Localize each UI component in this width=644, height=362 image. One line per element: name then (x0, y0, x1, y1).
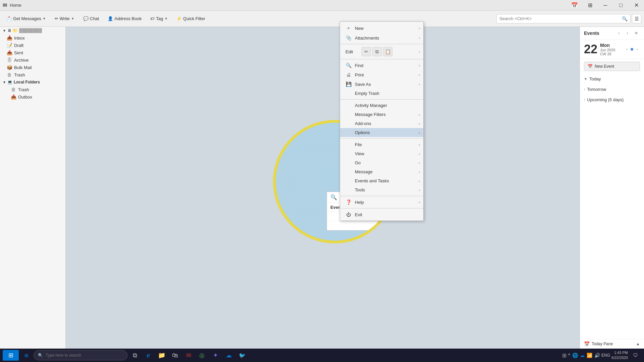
volume-icon: 🔊 (594, 353, 600, 358)
events-today-section: ▼ Today (580, 74, 644, 84)
menu-item-attachments[interactable]: 📎 Attachments › (340, 33, 423, 43)
task-view-button[interactable]: ⧉ (129, 349, 141, 361)
events-date-prev[interactable]: ‹ (624, 46, 630, 52)
sidebar-folder-inbox[interactable]: 📥 Inbox (0, 34, 65, 42)
sent-icon: 📤 (7, 50, 12, 55)
separator-3 (340, 99, 423, 100)
sidebar-folder-archive[interactable]: 🗄 Archive (0, 56, 65, 64)
get-messages-dropdown-arrow: ▼ (43, 17, 46, 20)
menu-item-go[interactable]: Go › (340, 158, 423, 167)
today-pane-bar: 📅 Today Pane ▲ (580, 339, 644, 349)
sidebar-folder-local-trash[interactable]: 🗑 Trash (0, 86, 65, 93)
file-arrow: › (419, 143, 420, 147)
sidebar-account[interactable]: ▼ 🖥 📁 ████████ (0, 27, 65, 34)
menu-item-empty-trash[interactable]: Empty Trash (340, 89, 423, 98)
search-taskbar-btn[interactable]: ⊕ (20, 349, 32, 361)
events-close-btn[interactable]: ✕ (633, 29, 640, 37)
today-pane-label: Today Pane (592, 342, 613, 346)
maximize-button[interactable]: □ (613, 0, 629, 11)
menu-item-print[interactable]: 🖨 Print › (340, 70, 423, 79)
search-input[interactable] (499, 16, 622, 21)
sidebar-folder-outbox[interactable]: 📤 Outbox (0, 93, 65, 101)
menu-item-view[interactable]: View › (340, 149, 423, 158)
print-arrow: › (419, 73, 420, 77)
menu-item-filters[interactable]: Message Filters › (340, 110, 423, 119)
local-folders-collapse: ▼ (3, 80, 6, 84)
paste-button[interactable]: 📋 (383, 47, 392, 56)
menu-item-new[interactable]: ＋ New › (340, 23, 423, 33)
help-label: Help (355, 200, 364, 205)
events-today-header[interactable]: ▼ Today (584, 75, 640, 83)
help-arrow: › (419, 200, 420, 204)
sidebar-folder-sent[interactable]: 📤 Sent (0, 49, 65, 56)
get-messages-button[interactable]: 📩 Get Messages ▼ (3, 13, 50, 25)
new-event-button[interactable]: 📅 New Event (584, 62, 640, 71)
exit-label: Exit (355, 212, 362, 217)
menu-item-edit[interactable]: Edit ✂ ⧉ 📋 › (340, 46, 423, 58)
message-label: Message (355, 169, 373, 174)
window-title: Home (10, 3, 21, 8)
address-book-icon: 👤 (108, 16, 113, 21)
menu-item-options[interactable]: Options › (340, 128, 423, 137)
menu-item-find[interactable]: 🔍 Find › (340, 61, 423, 70)
menu-item-exit[interactable]: ⏻ Exit (340, 210, 423, 219)
tools-label: Tools (355, 187, 365, 192)
store-button[interactable]: 🛍 (169, 349, 181, 361)
menu-item-addons[interactable]: Add-ons › (340, 119, 423, 128)
trash-icon: 🗑 (7, 72, 12, 77)
menu-item-activity[interactable]: Activity Manager (340, 101, 423, 110)
taskbar-right: ⊞ ^ 🌐 ☁ 📶 🔊 ENG 1:43 PM 6/22/2020 🗨 (562, 349, 641, 361)
start-button[interactable]: ⊞ (3, 350, 19, 361)
events-date-next[interactable]: › (634, 46, 640, 52)
edit-label: Edit (345, 49, 353, 54)
upcoming-collapse-arrow: › (584, 98, 585, 102)
edge-button[interactable]: ℯ (142, 349, 154, 361)
onedrive-button[interactable]: ☁ (223, 349, 235, 361)
chat-icon: 💬 (83, 16, 89, 21)
taskbar-system-icons: ^ 🌐 ☁ 📶 🔊 (568, 353, 600, 358)
events-upcoming-header[interactable]: › Upcoming (5 days) (584, 96, 640, 104)
chat-button[interactable]: 💬 Chat (79, 13, 103, 25)
notification-icon: ^ (568, 353, 570, 358)
copy-button[interactable]: ⧉ (372, 47, 382, 56)
events-nav-prev[interactable]: ‹ (615, 29, 623, 37)
sidebar-folder-trash-account[interactable]: 🗑 Trash (0, 71, 65, 78)
mail-taskbar-button[interactable]: ✉ (182, 349, 195, 361)
notification-center-button[interactable]: 🗨 (629, 349, 641, 361)
menu-item-save-as[interactable]: 💾 Save As › (340, 79, 423, 89)
today-pane-arrow: ▲ (636, 342, 640, 346)
write-button[interactable]: ✏ Write ▼ (51, 13, 78, 25)
bulk-icon: 📦 (7, 65, 12, 70)
taskbar-search-input[interactable] (46, 353, 123, 358)
separator-4 (340, 138, 423, 139)
cut-button[interactable]: ✂ (362, 47, 371, 56)
go-label: Go (355, 160, 361, 165)
grid-icon-btn[interactable]: ⊞ (582, 0, 598, 11)
search-icon: 🔍 (622, 16, 628, 21)
calendar-icon-btn[interactable]: 📅 (567, 0, 582, 11)
sidebar-folder-draft[interactable]: 📝 Draft (0, 42, 65, 49)
events-tomorrow-header[interactable]: › Tomorrow (584, 85, 640, 93)
quick-filter-button[interactable]: ⚡ Quick Filter (173, 13, 209, 25)
address-book-button[interactable]: 👤 Address Book (104, 13, 145, 25)
minimize-button[interactable]: ─ (598, 0, 613, 11)
menu-item-message[interactable]: Message › (340, 167, 423, 176)
slack-button[interactable]: ✦ (209, 349, 221, 361)
menu-item-tools[interactable]: Tools › (340, 185, 423, 194)
menu-item-events-tasks[interactable]: Events and Tasks › (340, 176, 423, 185)
menu-item-file[interactable]: File › (340, 140, 423, 149)
local-folders-section[interactable]: ▼ 💻 Local Folders (0, 78, 65, 86)
tag-button[interactable]: 🏷 Tag ▼ (147, 13, 171, 25)
menu-item-help[interactable]: ❓ Help › (340, 197, 423, 207)
trash-label: Trash (14, 72, 25, 77)
hamburger-menu-button[interactable]: ☰ (632, 14, 641, 23)
sidebar-folder-bulk[interactable]: 📦 Bulk Mail (0, 64, 65, 71)
events-tasks-arrow: › (419, 179, 420, 183)
file-explorer-button[interactable]: 📁 (156, 349, 168, 361)
close-button[interactable]: ✕ (629, 0, 644, 11)
events-nav-next[interactable]: › (624, 29, 631, 37)
today-pane-icon: 📅 (584, 341, 590, 347)
thunderbird-taskbar-button[interactable]: 🐦 (236, 349, 248, 361)
new-label: New (355, 26, 364, 31)
chrome-button[interactable]: ◎ (196, 349, 208, 361)
